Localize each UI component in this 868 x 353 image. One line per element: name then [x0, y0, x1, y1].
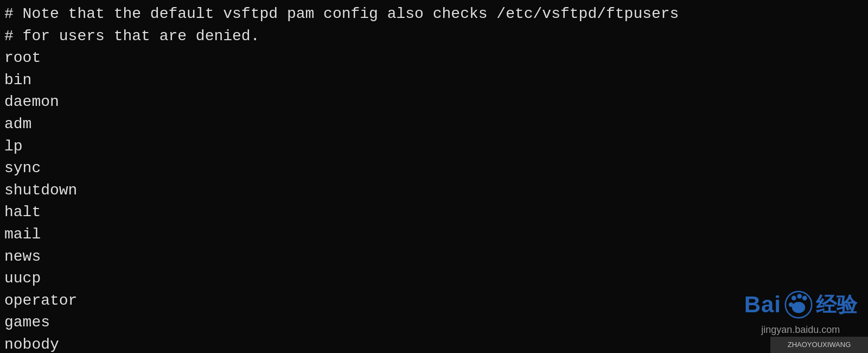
baidu-url-text: jingyan.baidu.com — [761, 323, 840, 337]
svg-point-5 — [789, 302, 794, 307]
svg-point-4 — [792, 302, 805, 313]
baidu-paw-icon — [784, 291, 813, 319]
terminal-line-line5: daemon — [4, 91, 864, 114]
baidu-watermark: Bai 经验 jingyan.baidu.com — [744, 288, 857, 337]
terminal-line-line12: news — [4, 246, 864, 268]
terminal-line-line10: halt — [4, 201, 864, 224]
terminal-line-line3: root — [4, 47, 864, 70]
terminal-line-line2: # for users that are denied. — [4, 26, 864, 48]
terminal-line-line11: mail — [4, 224, 864, 246]
svg-point-1 — [792, 296, 796, 301]
baidu-text-bai: Bai — [744, 288, 781, 322]
terminal-line-line15: games — [4, 312, 864, 334]
terminal-line-line9: shutdown — [4, 180, 864, 202]
terminal-line-line4: bin — [4, 70, 864, 92]
terminal-line-line6: adm — [4, 114, 864, 136]
terminal-line-line1: # Note that the default vsftpd pam confi… — [4, 3, 864, 26]
baidu-jingyan-text: 经验 — [816, 290, 857, 320]
terminal-line-line7: lp — [4, 136, 864, 158]
baidu-logo: Bai 经验 — [744, 288, 857, 322]
terminal-line-line8: sync — [4, 157, 864, 180]
svg-point-2 — [797, 294, 802, 299]
terminal-window: # Note that the default vsftpd pam confi… — [0, 0, 868, 353]
sub-watermark-label: ZHAOYOUXIWANG — [788, 340, 851, 350]
terminal-line-line16: nobody — [4, 334, 864, 353]
terminal-line-line14: operator — [4, 290, 864, 312]
terminal-line-line13: uucp — [4, 268, 864, 290]
sub-watermark: ZHAOYOUXIWANG — [770, 337, 868, 353]
svg-point-3 — [802, 296, 807, 301]
